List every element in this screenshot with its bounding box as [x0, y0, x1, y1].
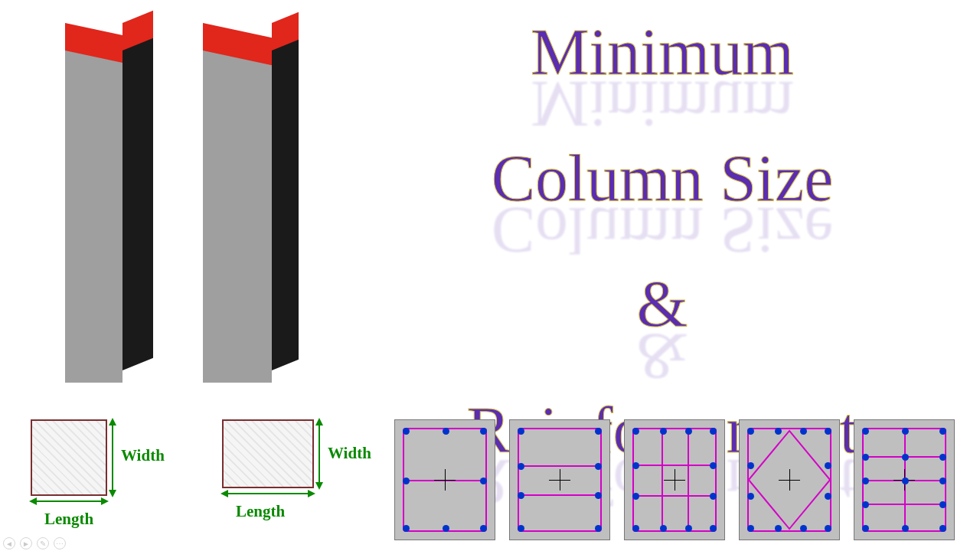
prev-icon[interactable]: ◄	[3, 537, 15, 549]
title-line-2: Column Size	[492, 142, 834, 215]
rebar	[862, 428, 869, 435]
rebar	[747, 525, 754, 532]
rect-column-3d	[203, 23, 302, 383]
rebar	[632, 525, 639, 532]
section-8-bar-simple	[394, 419, 495, 540]
inner-tie	[632, 495, 717, 497]
rebar	[632, 428, 639, 435]
column-top-face	[65, 23, 153, 51]
axis-icon	[434, 469, 456, 491]
section-12-bar-diamond	[739, 419, 840, 540]
columns-3d-group	[31, 8, 337, 383]
rebar	[825, 462, 831, 469]
rebar	[825, 428, 831, 435]
square-plan: Width Length	[8, 406, 168, 543]
axis-icon	[664, 469, 685, 491]
pen-icon[interactable]: ✎	[37, 537, 49, 549]
reinforcement-sections	[394, 419, 976, 548]
rebar	[403, 428, 410, 435]
rebar	[710, 462, 717, 469]
length-dimension: Length	[31, 500, 107, 531]
title-line-1: Minimum	[531, 15, 794, 89]
rebar	[747, 428, 754, 435]
section-12-bar-grid	[624, 419, 725, 540]
rebar	[518, 428, 524, 435]
inner-tie	[518, 494, 602, 496]
next-icon[interactable]: ►	[20, 537, 32, 549]
plan-rect-icon	[31, 419, 107, 496]
rebar	[403, 478, 410, 484]
column-top-face	[203, 23, 291, 51]
rebar	[862, 454, 869, 461]
rebar	[862, 501, 869, 508]
inner-tie	[632, 465, 717, 466]
inner-tie	[688, 428, 689, 532]
inner-tie	[518, 465, 602, 467]
axis-icon	[779, 469, 800, 491]
rebar	[660, 525, 667, 532]
rebar	[939, 428, 946, 435]
rebar	[518, 525, 524, 532]
title-line-3: &	[637, 267, 688, 341]
rebar	[710, 428, 717, 435]
section-8-bar-double	[509, 419, 610, 540]
rect-plan: Width Length	[199, 406, 360, 543]
rebar	[862, 478, 869, 484]
rebar	[595, 492, 602, 499]
rebar	[939, 525, 946, 532]
length-label: Length	[44, 510, 93, 529]
rebar	[825, 525, 831, 532]
length-dimension: Length	[222, 493, 314, 523]
rebar	[862, 525, 869, 532]
section-14-bar-multi	[854, 419, 955, 540]
inner-tie	[662, 428, 663, 532]
rebar	[480, 478, 487, 484]
width-dimension: Width	[112, 419, 158, 496]
square-column-3d	[65, 23, 165, 383]
rebar	[403, 525, 410, 532]
rebar	[660, 428, 667, 435]
slideshow-nav: ◄ ► ✎ ⋯	[3, 537, 66, 549]
axis-icon	[549, 469, 570, 491]
rebar	[775, 525, 782, 532]
column-side-face	[122, 21, 153, 370]
rebar	[480, 428, 487, 435]
column-front-face	[65, 46, 122, 383]
rebar	[775, 428, 782, 435]
column-side-face	[272, 23, 299, 370]
width-dimension: Width	[318, 419, 364, 488]
width-label: Width	[121, 446, 165, 465]
rebar	[710, 525, 717, 532]
column-front-face	[203, 46, 272, 383]
plan-rect-icon	[222, 419, 314, 488]
plan-dimension-group: Width Length Width Length	[8, 406, 360, 543]
rebar	[747, 462, 754, 469]
rebar	[632, 462, 639, 469]
rebar	[939, 454, 946, 461]
menu-icon[interactable]: ⋯	[54, 537, 66, 549]
rebar	[518, 492, 524, 499]
rebar	[595, 525, 602, 532]
rebar	[939, 501, 946, 508]
length-label: Length	[236, 502, 285, 521]
rebar	[595, 428, 602, 435]
rebar	[480, 525, 487, 532]
rebar	[939, 478, 946, 484]
